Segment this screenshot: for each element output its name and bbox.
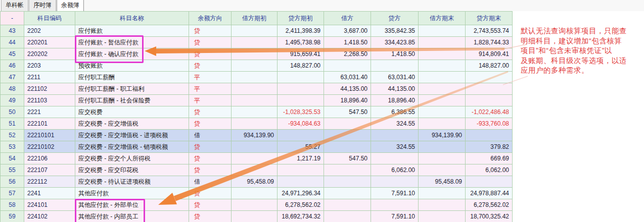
cell-row-number: 46	[1, 60, 24, 72]
cell-credit-amount	[371, 153, 419, 164]
cell-credit-amount: 6,386.55	[371, 106, 419, 118]
cell-balance-direction: 贷	[189, 106, 232, 118]
cell-debit-ending	[419, 72, 466, 83]
cell-subject-name: 应交税费	[75, 106, 189, 118]
cell-balance-direction: 贷	[189, 199, 232, 211]
table-row[interactable]: 56222112应交税费 - 待认证进项税额借95,458.0995,458.0…	[1, 176, 513, 188]
annotation-line: 及账期、科目级次等选项，以适	[521, 56, 643, 66]
tab-balance-book[interactable]: 余额簿	[57, 0, 84, 11]
cell-debit-ending	[419, 211, 466, 222]
cell-subject-name: 应付账款 - 确认应付款	[75, 48, 189, 60]
cell-debit-ending: 934,139.90	[419, 130, 466, 141]
cell-subject-name: 应交税费 - 应交个人所得税	[75, 153, 189, 164]
cell-debit-opening	[232, 153, 278, 164]
cell-debit-ending	[419, 153, 466, 164]
cell-debit-ending	[419, 95, 466, 106]
cell-balance-direction: 借	[189, 130, 232, 141]
cell-subject-name: 应交税费 - 应交增值税 - 进项税额	[75, 130, 189, 141]
cell-credit-amount: 6,062.00	[371, 164, 419, 176]
table-row[interactable]: 58224101其他应付款 - 外部单位贷6,278,562.026,278,5…	[1, 199, 513, 211]
cell-row-number: 44	[1, 37, 24, 48]
column-header-4[interactable]: 借方期初	[232, 12, 278, 25]
annotation-line: 明细科目，建议增加“包含核算	[521, 36, 643, 46]
cell-debit-opening	[232, 211, 278, 222]
column-header-3[interactable]: 余额方向	[189, 12, 232, 25]
table-row[interactable]: 472211应付职工薪酬平63,031.4063,031.40	[1, 72, 513, 83]
cell-credit-ending	[466, 130, 513, 141]
column-header-2[interactable]: 科目名称	[75, 12, 189, 25]
cell-subject-name: 其他应付款	[75, 188, 189, 199]
cell-debit-ending	[419, 48, 466, 60]
cell-row-number: 58	[1, 199, 24, 211]
cell-debit-opening	[232, 164, 278, 176]
cell-balance-direction: 贷	[189, 60, 232, 72]
cell-credit-amount	[371, 176, 419, 188]
cell-balance-direction: 贷	[189, 48, 232, 60]
cell-credit-opening: 1,217.19	[278, 153, 324, 164]
annotation-line: 默认无法查询核算项目，只能查	[521, 26, 643, 36]
cell-debit-amount	[324, 188, 371, 199]
cell-subject-code: 222106	[24, 153, 75, 164]
annotation-line: 项目”和“包含未审核凭证”以	[521, 46, 643, 56]
cell-credit-amount: 324.55	[371, 118, 419, 130]
cell-subject-code: 221103	[24, 95, 75, 106]
cell-debit-opening	[232, 141, 278, 153]
cell-credit-amount: 44,135.00	[371, 83, 419, 95]
column-header-5[interactable]: 贷方期初	[278, 12, 324, 25]
cell-credit-opening	[278, 130, 324, 141]
cell-debit-opening: 934,139.90	[232, 130, 278, 141]
cell-subject-name: 应付账款	[75, 25, 189, 37]
column-header-0[interactable]: -	[1, 12, 24, 25]
cell-subject-code: 2211	[24, 72, 75, 83]
table-row[interactable]: 432202应付账款贷2,411,398.393,687.00335,842.3…	[1, 25, 513, 37]
cell-debit-amount: 18,896.40	[324, 95, 371, 106]
tab-single-subject-book[interactable]: 单科帐	[1, 0, 28, 11]
column-header-1[interactable]: 科目编码	[24, 12, 75, 25]
cell-credit-ending: 148,827.00	[466, 60, 513, 72]
cell-credit-opening: 2,411,398.39	[278, 25, 324, 37]
cell-credit-opening: -1,028,325.53	[278, 106, 324, 118]
cell-subject-name: 应付职工薪酬 - 社会保险费	[75, 95, 189, 106]
cell-debit-ending	[419, 83, 466, 95]
column-header-9[interactable]: 贷方期末	[466, 12, 513, 25]
cell-debit-opening	[232, 83, 278, 95]
cell-credit-opening	[278, 164, 324, 176]
cell-credit-ending: 18,700,325.42	[466, 211, 513, 222]
cell-credit-opening	[278, 176, 324, 188]
table-row[interactable]: 502221应交税费贷-1,028,325.53547.506,386.55-1…	[1, 106, 513, 118]
cell-credit-opening: 24,971,296.34	[278, 188, 324, 199]
cell-debit-amount	[324, 164, 371, 176]
cell-debit-amount	[324, 60, 371, 72]
table-row[interactable]: 51222101应交税费 - 应交增值税贷-934,084.63324.55-9…	[1, 118, 513, 130]
table-row[interactable]: 5222210101应交税费 - 应交增值税 - 进项税额借934,139.90…	[1, 130, 513, 141]
table-row[interactable]: 45220202应付账款 - 确认应付款贷915,659.412,268.501…	[1, 48, 513, 60]
table-row[interactable]: 54222106应交税费 - 应交个人所得税贷1,217.19547.50669…	[1, 153, 513, 164]
cell-subject-code: 2202	[24, 25, 75, 37]
table-row[interactable]: 572241其他应付款贷24,971,296.347,591.1024,978,…	[1, 188, 513, 199]
tab-journal-book[interactable]: 序时簿	[29, 0, 56, 11]
cell-row-number: 53	[1, 141, 24, 153]
cell-subject-name: 应付职工薪酬 - 职工福利	[75, 83, 189, 95]
column-header-6[interactable]: 借方	[324, 12, 371, 25]
table-row[interactable]: 59224102其他应付款 - 内部员工贷18,692,734.327,591.…	[1, 211, 513, 222]
column-header-7[interactable]: 贷方	[371, 12, 419, 25]
cell-credit-ending: 6,278,562.02	[466, 199, 513, 211]
cell-row-number: 45	[1, 48, 24, 60]
table-row[interactable]: 462203预收账款贷148,827.00148,827.00	[1, 60, 513, 72]
table-row[interactable]: 55222107应交税费 - 应交印花税贷6,062.006,062.00	[1, 164, 513, 176]
table-row[interactable]: 48221102应付职工薪酬 - 职工福利平44,135.0044,135.00	[1, 83, 513, 95]
cell-subject-code: 2221	[24, 106, 75, 118]
cell-balance-direction: 贷	[189, 37, 232, 48]
cell-credit-opening: 915,659.41	[278, 48, 324, 60]
column-header-8[interactable]: 借方期末	[419, 12, 466, 25]
cell-credit-amount: 7,591.10	[371, 211, 419, 222]
cell-subject-code: 220202	[24, 48, 75, 60]
table-row[interactable]: 49221103应付职工薪酬 - 社会保险费平18,896.4018,896.4…	[1, 95, 513, 106]
cell-debit-amount: 1,418.50	[324, 37, 371, 48]
table-row[interactable]: 5322210102应交税费 - 应交增值税 - 销项税额贷55.27324.5…	[1, 141, 513, 153]
table-row[interactable]: 44220201应付账款 - 暂估应付款贷1,495,738.981,418.5…	[1, 37, 513, 48]
cell-row-number: 49	[1, 95, 24, 106]
cell-subject-code: 222107	[24, 164, 75, 176]
cell-credit-ending: 6,062.00	[466, 164, 513, 176]
cell-subject-name: 应交税费 - 应交印花税	[75, 164, 189, 176]
